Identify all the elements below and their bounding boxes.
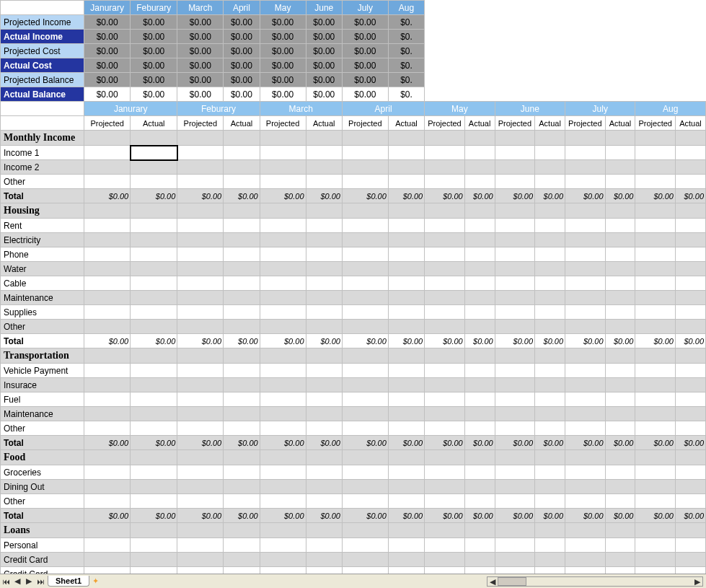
data-cell[interactable]	[131, 233, 177, 247]
data-cell[interactable]	[675, 538, 705, 553]
data-cell[interactable]	[84, 160, 131, 175]
total-cell[interactable]: $0.00	[425, 436, 464, 450]
total-cell[interactable]: $0.00	[224, 509, 260, 523]
data-cell[interactable]	[131, 276, 177, 291]
data-cell[interactable]	[224, 553, 260, 567]
data-cell[interactable]	[84, 247, 131, 262]
data-cell[interactable]	[177, 175, 224, 189]
data-cell[interactable]	[464, 407, 495, 421]
data-cell[interactable]	[635, 219, 675, 233]
data-cell[interactable]	[224, 291, 260, 305]
data-cell[interactable]	[535, 247, 565, 262]
data-cell[interactable]	[260, 538, 306, 553]
total-cell[interactable]: $0.00	[260, 436, 306, 450]
data-cell[interactable]	[535, 364, 565, 378]
data-cell[interactable]	[260, 320, 306, 334]
data-cell[interactable]	[224, 392, 260, 407]
data-cell[interactable]	[605, 494, 635, 509]
data-cell[interactable]	[635, 233, 675, 247]
summary-cell[interactable]: $0.00	[342, 58, 388, 73]
data-cell[interactable]	[635, 465, 675, 480]
data-cell[interactable]	[495, 247, 534, 262]
data-cell[interactable]	[131, 320, 177, 334]
data-cell[interactable]	[224, 262, 260, 276]
data-cell[interactable]	[131, 553, 177, 567]
data-cell[interactable]	[342, 291, 388, 305]
data-cell[interactable]	[342, 146, 388, 160]
line-item-label[interactable]: Dining Out	[1, 480, 84, 494]
summary-cell[interactable]: $0.00	[84, 87, 131, 102]
data-cell[interactable]	[84, 378, 131, 392]
data-cell[interactable]	[260, 494, 306, 509]
data-cell[interactable]	[495, 262, 534, 276]
total-cell[interactable]: $0.00	[535, 436, 565, 450]
data-cell[interactable]	[84, 364, 131, 378]
data-cell[interactable]	[260, 146, 306, 160]
summary-cell[interactable]: $0.00	[131, 30, 177, 44]
data-cell[interactable]	[342, 421, 388, 436]
total-cell[interactable]: $0.00	[177, 436, 224, 450]
data-cell[interactable]	[306, 392, 342, 407]
data-cell[interactable]	[131, 364, 177, 378]
scroll-right-icon[interactable]: ▶	[692, 577, 702, 587]
data-cell[interactable]	[306, 480, 342, 494]
data-cell[interactable]	[131, 378, 177, 392]
data-cell[interactable]	[565, 538, 605, 553]
total-cell[interactable]: $0.00	[565, 334, 605, 348]
data-cell[interactable]	[495, 421, 534, 436]
data-cell[interactable]	[224, 305, 260, 320]
data-cell[interactable]	[565, 553, 605, 567]
data-cell[interactable]	[495, 276, 534, 291]
data-cell[interactable]	[605, 262, 635, 276]
total-cell[interactable]: $0.00	[342, 189, 388, 203]
data-cell[interactable]	[495, 175, 534, 189]
data-cell[interactable]	[605, 219, 635, 233]
summary-cell[interactable]: $0.00	[131, 44, 177, 58]
data-cell[interactable]	[177, 392, 224, 407]
line-item-label[interactable]: Groceries	[1, 465, 84, 480]
data-cell[interactable]	[131, 494, 177, 509]
data-cell[interactable]	[306, 276, 342, 291]
data-cell[interactable]	[495, 233, 534, 247]
total-cell[interactable]: $0.00	[131, 509, 177, 523]
data-cell[interactable]	[464, 146, 495, 160]
data-cell[interactable]	[84, 538, 131, 553]
summary-cell[interactable]: $0.00	[306, 87, 342, 102]
data-cell[interactable]	[565, 291, 605, 305]
line-item-label[interactable]: Cable	[1, 276, 84, 291]
data-cell[interactable]	[635, 538, 675, 553]
data-cell[interactable]	[565, 175, 605, 189]
data-cell[interactable]	[535, 421, 565, 436]
data-cell[interactable]	[675, 553, 705, 567]
data-cell[interactable]	[224, 233, 260, 247]
data-cell[interactable]	[260, 392, 306, 407]
total-cell[interactable]: $0.00	[635, 189, 675, 203]
data-cell[interactable]	[306, 305, 342, 320]
summary-cell[interactable]: $0.	[388, 15, 424, 30]
data-cell[interactable]	[565, 305, 605, 320]
data-cell[interactable]	[605, 378, 635, 392]
data-cell[interactable]	[177, 480, 224, 494]
data-cell[interactable]	[131, 219, 177, 233]
data-cell[interactable]	[565, 378, 605, 392]
summary-cell[interactable]: $0.00	[306, 44, 342, 58]
data-cell[interactable]	[388, 553, 424, 567]
total-cell[interactable]: $0.00	[605, 334, 635, 348]
summary-cell[interactable]: $0.00	[260, 15, 306, 30]
data-cell[interactable]	[342, 494, 388, 509]
summary-cell[interactable]: $0.00	[260, 30, 306, 44]
data-cell[interactable]	[635, 247, 675, 262]
data-cell[interactable]	[388, 175, 424, 189]
data-cell[interactable]	[177, 320, 224, 334]
data-cell[interactable]	[425, 160, 464, 175]
data-cell[interactable]	[84, 146, 131, 160]
data-cell[interactable]	[131, 291, 177, 305]
data-cell[interactable]	[605, 538, 635, 553]
total-cell[interactable]: $0.00	[388, 509, 424, 523]
data-cell[interactable]	[565, 233, 605, 247]
data-cell[interactable]	[84, 465, 131, 480]
data-cell[interactable]	[177, 364, 224, 378]
total-cell[interactable]: $0.00	[342, 436, 388, 450]
data-cell[interactable]	[306, 262, 342, 276]
data-cell[interactable]	[464, 291, 495, 305]
